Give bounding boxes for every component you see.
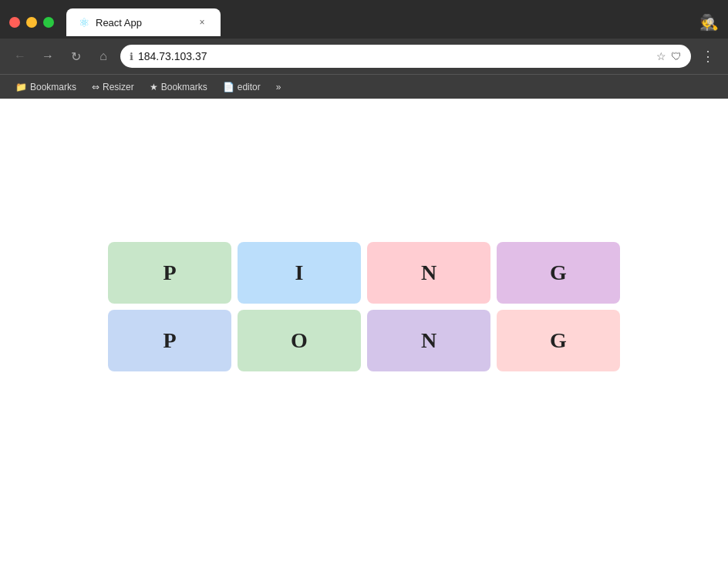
- info-icon: ℹ: [130, 51, 133, 62]
- bookmark-item-bookmarks2[interactable]: ★ Bookmarks: [143, 79, 214, 95]
- brave-shield-icon[interactable]: 🛡: [671, 50, 682, 62]
- incognito-icon: 🕵️: [699, 13, 719, 32]
- more-menu-button[interactable]: ⋮: [697, 45, 719, 67]
- grid-cell-i: I: [238, 242, 361, 304]
- bookmark-label: Bookmarks: [30, 82, 76, 92]
- grid-cell-o: O: [238, 310, 361, 371]
- letter-g2: G: [550, 328, 567, 353]
- grid-cell-g2: G: [497, 310, 620, 371]
- bookmarks-more-button[interactable]: »: [270, 79, 288, 95]
- letter-n1: N: [421, 260, 436, 285]
- url-text: 184.73.103.37: [138, 50, 652, 62]
- bookmark-label: Bookmarks: [161, 82, 207, 92]
- browser-chrome: ⚛ React App × 🕵️ ← → ↻ ⌂ ℹ 184.73.103.37…: [0, 0, 728, 99]
- minimize-window-button[interactable]: [26, 17, 37, 28]
- back-button[interactable]: ←: [9, 45, 31, 67]
- grid-cell-p2: P: [108, 310, 231, 371]
- star-icon: ★: [150, 82, 158, 92]
- active-tab[interactable]: ⚛ React App ×: [66, 8, 221, 36]
- bookmark-item-editor[interactable]: 📄 editor: [217, 79, 267, 95]
- title-bar: ⚛ React App × 🕵️: [0, 0, 728, 39]
- grid-cell-p1: P: [108, 242, 231, 304]
- grid-cell-n2: N: [367, 310, 490, 371]
- bookmark-label: editor: [238, 82, 261, 92]
- home-button[interactable]: ⌂: [93, 45, 114, 67]
- grid-cell-n1: N: [367, 242, 490, 304]
- react-icon: ⚛: [79, 15, 89, 30]
- letter-n2: N: [421, 328, 436, 353]
- ping-pong-grid: P I N G P O N G: [108, 242, 620, 371]
- bookmark-item-resizer[interactable]: ⇔ Resizer: [86, 79, 140, 95]
- bookmarks-bar: 📁 Bookmarks ⇔ Resizer ★ Bookmarks 📄 edit…: [0, 74, 728, 99]
- reload-button[interactable]: ↻: [65, 45, 86, 67]
- forward-button[interactable]: →: [37, 45, 59, 67]
- resizer-icon: ⇔: [92, 82, 99, 92]
- folder-icon: 📁: [15, 82, 27, 92]
- letter-i: I: [295, 260, 304, 285]
- letter-p1: P: [163, 260, 176, 285]
- bookmark-item-bookmarks-folder[interactable]: 📁 Bookmarks: [9, 79, 83, 95]
- toolbar: ← → ↻ ⌂ ℹ 184.73.103.37 ☆ 🛡 ⋮: [0, 39, 728, 74]
- address-bar[interactable]: ℹ 184.73.103.37 ☆ 🛡: [120, 45, 691, 68]
- close-window-button[interactable]: [9, 17, 20, 28]
- page-content: P I N G P O N G: [0, 99, 728, 515]
- maximize-window-button[interactable]: [43, 17, 54, 28]
- traffic-lights: [9, 17, 54, 28]
- bookmark-label: Resizer: [103, 82, 134, 92]
- letter-g1: G: [550, 260, 567, 285]
- letter-p2: P: [163, 328, 176, 353]
- chevron-right-icon: »: [276, 82, 281, 92]
- grid-cell-g1: G: [497, 242, 620, 304]
- tab-close-button[interactable]: ×: [196, 16, 208, 29]
- letter-o: O: [291, 328, 308, 353]
- page-icon: 📄: [223, 82, 234, 92]
- tab-title: React App: [96, 17, 142, 29]
- bookmark-star-icon[interactable]: ☆: [656, 50, 666, 62]
